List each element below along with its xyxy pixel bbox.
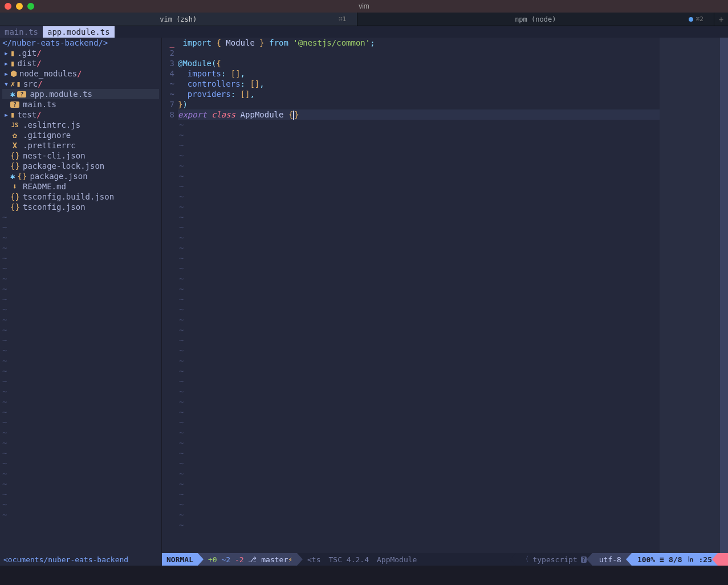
buffer-tab-main[interactable]: main.ts [0, 26, 43, 38]
tree-file[interactable]: ?main.ts [2, 99, 159, 109]
empty-line-tilde: ~ [178, 274, 728, 284]
tsc-version: TSC 4.2.4 [329, 555, 369, 564]
empty-line-tilde: ~ [2, 438, 159, 448]
empty-line-tilde: ~ [178, 428, 728, 438]
nerdtree-status-path: <ocuments/nuber-eats-backend [0, 553, 162, 566]
terminal-tab-bar: vim (zsh) ⌘1 npm (node) ⌘2 + [0, 13, 728, 26]
empty-line-tilde: ~ [178, 366, 728, 376]
code-line[interactable]: imports: [], [178, 68, 728, 79]
empty-line-tilde: ~ [178, 151, 728, 161]
vim-mode-indicator: NORMAL [162, 553, 198, 566]
editor-pane[interactable]: _234~~78 import { Module } from '@nestjs… [162, 38, 728, 553]
color-column [660, 38, 728, 553]
terminal-tab-label: npm (node) [515, 15, 556, 23]
code-line[interactable]: @Module({ [178, 58, 728, 68]
tree-folder[interactable]: ▸▮.git/ [2, 48, 159, 58]
empty-line-tilde: ~ [178, 130, 728, 140]
tree-file[interactable]: ✱?app.module.ts [2, 89, 159, 99]
tree-folder[interactable]: ▸⬢node_modules/ [2, 68, 159, 79]
empty-line-tilde: ~ [178, 304, 728, 315]
tree-folder[interactable]: ▸▮dist/ [2, 58, 159, 68]
tree-file[interactable]: JS.eslintrc.js [2, 120, 159, 130]
empty-line-tilde: ~ [2, 346, 159, 356]
terminal-tab-shortcut: ⌘1 [339, 15, 346, 23]
empty-line-tilde: ~ [178, 356, 728, 366]
tree-folder[interactable]: ▸▮test/ [2, 109, 159, 120]
buffer-tab-appmodule[interactable]: app.module.ts [43, 26, 115, 38]
empty-line-tilde: ~ [2, 315, 159, 325]
terminal-tab-npm[interactable]: npm (node) ⌘2 [357, 13, 715, 26]
line-number-gutter: _234~~78 [162, 38, 178, 553]
code-line[interactable]: import { Module } from '@nestjs/common'; [178, 38, 728, 48]
empty-line-tilde: ~ [178, 294, 728, 304]
code-line[interactable]: controllers: [], [178, 79, 728, 89]
code-line[interactable]: export class AppModule {} [178, 109, 728, 120]
statusline-end-cap [718, 553, 728, 566]
line-number: _ [162, 38, 174, 48]
diff-added: +0 [208, 555, 217, 564]
position-segment: 100% ≡ 8/8 ㏑:25 [632, 553, 718, 566]
empty-line-tilde: ~ [178, 181, 728, 192]
empty-line-tilde: ~ [178, 192, 728, 202]
status-middle: <ts TSC 4.2.4 AppModule [297, 553, 516, 566]
empty-line-tilde: ~ [2, 489, 159, 499]
maximize-window-icon[interactable] [27, 3, 34, 10]
tree-file[interactable]: {}package-lock.json [2, 161, 159, 171]
tree-file[interactable]: {}nest-cli.json [2, 151, 159, 161]
empty-line-tilde: ~ [178, 120, 728, 130]
empty-line-tilde: ~ [178, 263, 728, 274]
line-number: 7 [162, 99, 174, 109]
empty-line-tilde: ~ [178, 469, 728, 479]
branch-icon: ⎇ [248, 555, 257, 564]
terminal-tab-vim[interactable]: vim (zsh) ⌘1 [0, 13, 357, 26]
empty-line-tilde: ~ [178, 458, 728, 469]
empty-line-tilde: ~ [2, 469, 159, 479]
tree-file[interactable]: {}tsconfig.json [2, 202, 159, 212]
empty-line-tilde: ~ [2, 428, 159, 438]
empty-line-tilde: ~ [178, 376, 728, 387]
empty-line-tilde: ~ [178, 479, 728, 489]
empty-line-tilde: ~ [2, 222, 159, 233]
empty-line-tilde: ~ [2, 417, 159, 428]
question-icon: ? [581, 556, 587, 563]
tree-folder[interactable]: ▾✗ ▮src/ [2, 79, 159, 89]
empty-line-tilde: ~ [178, 407, 728, 417]
empty-line-tilde: ~ [2, 284, 159, 294]
tree-file[interactable]: ✱{}package.json [2, 171, 159, 181]
tree-file[interactable]: X.prettierrc [2, 140, 159, 151]
close-window-icon[interactable] [5, 3, 11, 10]
empty-line-tilde: ~ [2, 479, 159, 489]
empty-line-tilde: ~ [178, 161, 728, 171]
tree-file[interactable]: {}tsconfig.build.json [2, 192, 159, 202]
empty-line-tilde: ~ [2, 499, 159, 510]
empty-line-tilde: ~ [178, 233, 728, 243]
terminal-tab-label: vim (zsh) [160, 15, 197, 23]
empty-line-tilde: ~ [178, 315, 728, 325]
line-number: 8 [162, 109, 174, 120]
code-line[interactable] [178, 48, 728, 58]
git-branch: master [261, 555, 288, 564]
empty-line-tilde: ~ [178, 520, 728, 530]
scrollbar[interactable] [720, 38, 728, 553]
code-line[interactable]: }) [178, 99, 728, 109]
scroll-percent: 100% [637, 555, 655, 564]
current-symbol: AppModule [377, 555, 417, 564]
buffer-tab-bar: main.ts app.module.ts [0, 26, 728, 38]
line-number: 3 [162, 58, 174, 68]
code-area[interactable]: import { Module } from '@nestjs/common';… [178, 38, 728, 553]
empty-line-tilde: ~ [2, 263, 159, 274]
tree-file[interactable]: ✿.gitignore [2, 130, 159, 140]
file-tree[interactable]: </nuber-eats-backend/> ▸▮.git/ ▸▮dist/ ▸… [0, 38, 162, 553]
new-tab-button[interactable]: + [714, 13, 728, 26]
empty-line-tilde: ~ [2, 376, 159, 387]
command-line-area[interactable] [0, 566, 728, 585]
code-line[interactable]: providers: [], [178, 89, 728, 99]
status-line: <ocuments/nuber-eats-backend NORMAL +0 ~… [0, 553, 728, 566]
empty-line-tilde: ~ [178, 417, 728, 428]
empty-line-tilde: ~ [178, 284, 728, 294]
empty-line-tilde: ~ [2, 366, 159, 376]
filetype-label: typescript [532, 555, 577, 564]
project-root[interactable]: </nuber-eats-backend/> [2, 38, 159, 48]
minimize-window-icon[interactable] [16, 3, 23, 10]
tree-file[interactable]: ⬇README.md [2, 181, 159, 192]
